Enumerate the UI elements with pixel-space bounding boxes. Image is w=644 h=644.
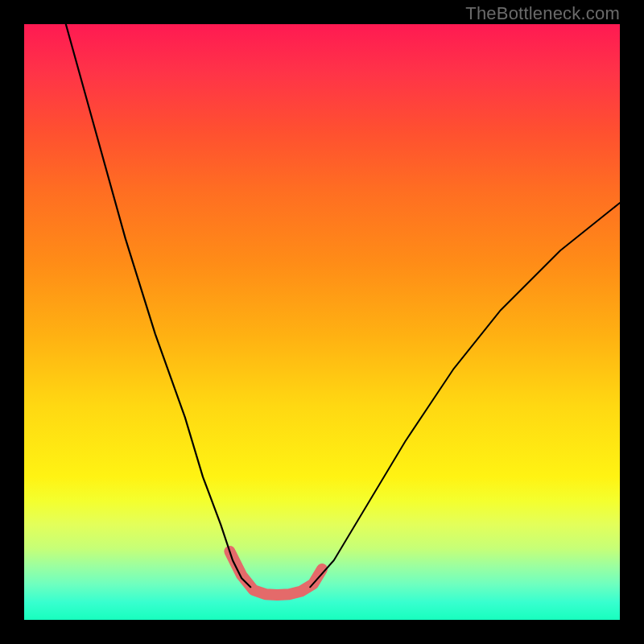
- plot-area: [24, 24, 620, 620]
- chart-svg: [24, 24, 620, 620]
- valley-highlight-path: [229, 551, 322, 595]
- watermark-label: TheBottleneck.com: [465, 3, 620, 24]
- right-curve-path: [310, 203, 620, 587]
- left-curve-path: [66, 24, 250, 587]
- chart-frame: TheBottleneck.com: [0, 0, 644, 644]
